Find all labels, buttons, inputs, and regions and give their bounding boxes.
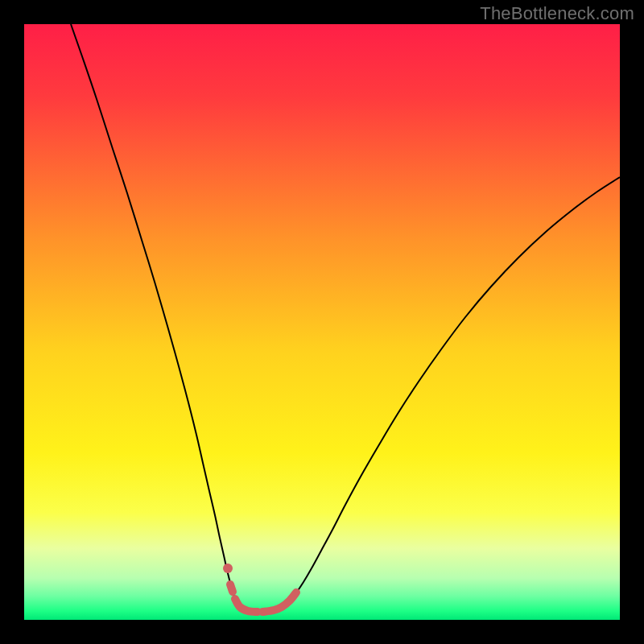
chart-plot (24, 24, 620, 620)
chart-svg (24, 24, 620, 620)
highlight-segments (230, 584, 233, 592)
watermark-label: TheBottleneck.com (480, 3, 634, 24)
canvas-frame: TheBottleneck.com (0, 0, 644, 644)
chart-background (24, 24, 620, 620)
highlight-dot (223, 564, 233, 573)
